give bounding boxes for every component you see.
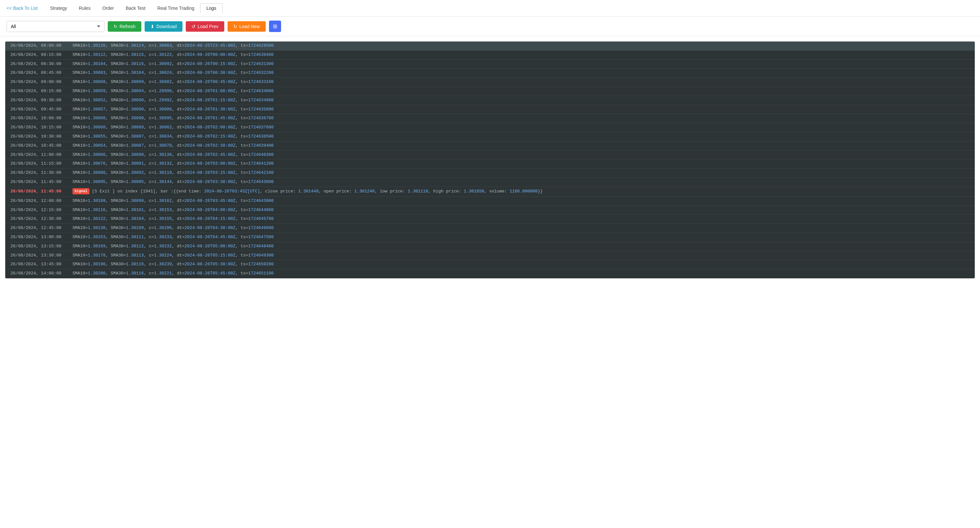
log-row: 26/08/2024, 11:00:00SMA10=1.30066, SMA30… (5, 151, 975, 160)
icon-action-button[interactable]: ⊞ (269, 21, 281, 32)
log-content: SMA10=1.30060, SMA30=1.30089, c=1.30062,… (72, 124, 970, 131)
log-row: 26/08/2024, 09:45:00SMA10=1.30057, SMA30… (5, 105, 975, 114)
log-content: SMA10=1.30138, SMA30=1.30109, c=1.30206,… (72, 225, 970, 232)
log-content: SMA10=1.30059, SMA30=1.30094, c=1.29996,… (72, 88, 970, 95)
log-time: 26/08/2024, 13:00:00 (10, 234, 72, 241)
log-row: 26/08/2024, 12:15:00SMA10=1.30116, SMA30… (5, 206, 975, 215)
log-time: 26/08/2024, 12:30:00 (10, 215, 72, 222)
log-content: SMA10=1.30112, SMA30=1.30115, c=1.30122,… (72, 52, 970, 59)
log-content: SMA10=1.30178, SMA30=1.30113, c=1.30224,… (72, 252, 970, 259)
log-row: 26/08/2024, 10:15:00SMA10=1.30060, SMA30… (5, 123, 975, 132)
log-time: 26/08/2024, 13:45:00 (10, 261, 72, 268)
download-button[interactable]: ⬇ Download (145, 21, 183, 32)
download-icon: ⬇ (151, 24, 154, 29)
load-prev-icon: ↺ (192, 24, 196, 29)
log-content: SMA10=1.30055, SMA30=1.30087, c=1.30034,… (72, 133, 970, 140)
log-content: SMA10=1.30066, SMA30=1.30090, c=1.30136,… (72, 152, 970, 158)
log-time: 26/08/2024, 12:45:00 (10, 225, 72, 232)
log-content: SMA10=1.30057, SMA30=1.30090, c=1.30086,… (72, 106, 970, 113)
log-content: SMA10=1.30153, SMA30=1.30111, c=1.30233,… (72, 234, 970, 241)
log-content: SMA10=1.30080, SMA30=1.30092, c=1.30119,… (72, 169, 970, 176)
log-time: 26/08/2024, 10:30:00 (10, 133, 72, 140)
log-time: 26/08/2024, 11:30:00 (10, 169, 72, 176)
back-link[interactable]: << Back To List (6, 6, 38, 11)
log-content: SMA10=1.30169, SMA30=1.30112, c=1.30232,… (72, 243, 970, 250)
signal-badge: Signal (72, 188, 89, 195)
log-time: 26/08/2024, 10:45:00 (10, 142, 72, 149)
nav-item-rules[interactable]: Rules (73, 3, 97, 13)
load-new-button[interactable]: ↻ Load New (228, 21, 266, 32)
nav-items: Strategy Rules Order Back Test Real Time… (44, 3, 222, 13)
log-row: 26/08/2024, 13:30:00SMA10=1.30178, SMA30… (5, 251, 975, 260)
log-content: SMA10=1.30116, SMA30=1.30101, c=1.30153,… (72, 207, 970, 214)
log-row: 26/08/2024, 09:00:00SMA10=1.30068, SMA30… (5, 78, 975, 87)
log-row: 26/08/2024, 14:00:00SMA10=1.30200, SMA30… (5, 269, 975, 278)
log-content: SMA10=1.30190, SMA30=1.30116, c=1.30239,… (72, 261, 970, 268)
log-content: SMA10=1.30060, SMA30=1.30090, c=1.30095,… (72, 115, 970, 122)
log-content: SMA10=1.30083, SMA30=1.30104, c=1.30024,… (72, 70, 970, 77)
log-row: 26/08/2024, 09:15:00SMA10=1.30059, SMA30… (5, 87, 975, 96)
log-row: 26/08/2024, 13:45:00SMA10=1.30190, SMA30… (5, 260, 975, 269)
log-row: 26/08/2024, 08:30:00SMA10=1.30104, SMA30… (5, 60, 975, 69)
log-row: 26/08/2024, 10:30:00SMA10=1.30055, SMA30… (5, 132, 975, 142)
log-time: 26/08/2024, 11:45:00 (10, 179, 72, 186)
log-row: 26/08/2024, 12:45:00SMA10=1.30138, SMA30… (5, 224, 975, 233)
nav-item-strategy[interactable]: Strategy (44, 3, 73, 13)
nav-item-backtest[interactable]: Back Test (120, 3, 151, 13)
filter-select[interactable]: All (6, 21, 105, 32)
log-time: 26/08/2024, 12:15:00 (10, 207, 72, 214)
log-time: 26/08/2024, 13:30:00 (10, 252, 72, 259)
log-row: 26/08/2024, 12:30:00SMA10=1.30122, SMA30… (5, 215, 975, 224)
refresh-button[interactable]: ↻ Refresh (108, 21, 142, 32)
log-content: SMA10=1.30120, SMA30=1.30124, c=1.30083,… (72, 43, 970, 49)
log-row: 26/08/2024, 12:00:00SMA10=1.30109, SMA30… (5, 197, 975, 206)
log-time: 26/08/2024, 09:30:00 (10, 97, 72, 104)
load-new-icon: ↻ (234, 24, 237, 29)
log-time: 26/08/2024, 13:15:00 (10, 243, 72, 250)
log-content: SMA10=1.30122, SMA30=1.30104, c=1.30155,… (72, 215, 970, 222)
log-row: 26/08/2024, 10:45:00SMA10=1.30054, SMA30… (5, 142, 975, 151)
log-row: 26/08/2024, 13:15:00SMA10=1.30169, SMA30… (5, 242, 975, 251)
log-row: 26/08/2024, 09:30:00SMA10=1.30052, SMA30… (5, 96, 975, 105)
log-row: 26/08/2024, 08:15:00SMA10=1.30112, SMA30… (5, 51, 975, 60)
log-row: 26/08/2024, 11:15:00SMA10=1.30076, SMA30… (5, 160, 975, 169)
log-content: SMA10=1.30095, SMA30=1.30095, c=1.30144,… (72, 179, 970, 186)
log-content: SMA10=1.30200, SMA30=1.30116, c=1.30221,… (72, 270, 970, 277)
log-content: SMA10=1.30068, SMA30=1.30099, c=1.30082,… (72, 79, 970, 86)
nav-item-realtime[interactable]: Real Time Trading (151, 3, 200, 13)
log-time: 26/08/2024, 11:45:00 (10, 188, 72, 195)
load-prev-button[interactable]: ↺ Load Prev (186, 21, 224, 32)
log-time: 26/08/2024, 09:15:00 (10, 88, 72, 95)
log-row: 26/08/2024, 13:00:00SMA10=1.30153, SMA30… (5, 233, 975, 242)
log-row: 26/08/2024, 11:45:00Signal[S Exit ] on i… (5, 187, 975, 197)
log-time: 26/08/2024, 11:15:00 (10, 160, 72, 167)
log-time: 26/08/2024, 11:00:00 (10, 152, 72, 158)
log-content: SMA10=1.30109, SMA30=1.30098, c=1.30162,… (72, 198, 970, 204)
top-nav: << Back To List Strategy Rules Order Bac… (0, 0, 980, 17)
log-time: 26/08/2024, 09:45:00 (10, 106, 72, 113)
log-time: 26/08/2024, 12:00:00 (10, 198, 72, 204)
log-row: 26/08/2024, 08:45:00SMA10=1.30083, SMA30… (5, 69, 975, 78)
log-container: 26/08/2024, 08:00:00SMA10=1.30120, SMA30… (5, 41, 975, 278)
log-time: 26/08/2024, 08:15:00 (10, 52, 72, 59)
toolbar: All ↻ Refresh ⬇ Download ↺ Load Prev ↻ L… (0, 17, 980, 36)
log-time: 26/08/2024, 09:00:00 (10, 79, 72, 86)
log-content: SMA10=1.30076, SMA30=1.30091, c=1.30132,… (72, 160, 970, 167)
log-time: 26/08/2024, 08:30:00 (10, 61, 72, 68)
log-row: 26/08/2024, 11:30:00SMA10=1.30080, SMA30… (5, 169, 975, 178)
log-time: 26/08/2024, 10:15:00 (10, 124, 72, 131)
copy-icon: ⊞ (273, 24, 277, 29)
log-content: Signal[S Exit ] on index [1941], bar :{{… (72, 188, 970, 195)
nav-item-order[interactable]: Order (96, 3, 120, 13)
log-row: 26/08/2024, 08:00:00SMA10=1.30120, SMA30… (5, 41, 975, 51)
log-time: 26/08/2024, 08:00:00 (10, 43, 72, 49)
refresh-icon: ↻ (114, 24, 118, 29)
log-time: 26/08/2024, 14:00:00 (10, 270, 72, 277)
nav-item-logs[interactable]: Logs (200, 3, 222, 13)
log-content: SMA10=1.30104, SMA30=1.30116, c=1.30092,… (72, 61, 970, 68)
log-time: 26/08/2024, 10:00:00 (10, 115, 72, 122)
log-content: SMA10=1.30052, SMA30=1.30090, c=1.29992,… (72, 97, 970, 104)
log-row: 26/08/2024, 11:45:00SMA10=1.30095, SMA30… (5, 178, 975, 187)
log-content: SMA10=1.30054, SMA30=1.30087, c=1.30078,… (72, 142, 970, 149)
log-time: 26/08/2024, 08:45:00 (10, 70, 72, 77)
